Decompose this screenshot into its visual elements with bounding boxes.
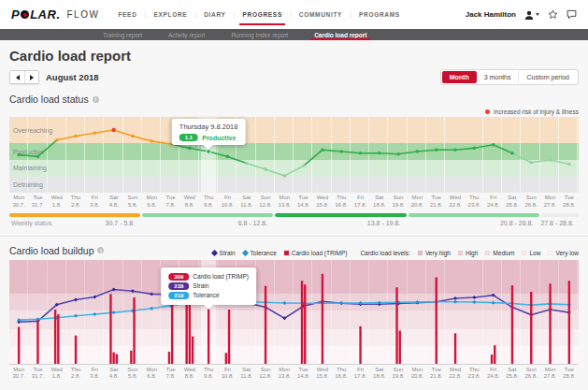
buildup-title-text: Cardio load buildup: [9, 245, 93, 256]
axis-label: Sat11.8.: [237, 195, 256, 209]
subnav-item-training-report[interactable]: Training report: [103, 29, 142, 40]
info-icon[interactable]: i: [93, 96, 99, 103]
nav-item-explore[interactable]: EXPLORE: [153, 11, 187, 18]
legend-level-very-low: Very low: [548, 250, 579, 256]
axis-label: Thu16.8.: [332, 367, 351, 382]
buildup-chart-x-axis: Mon30.7.Tue31.7.Wed1.8.Thu2.8.Fri3.8.Sat…: [9, 367, 579, 382]
legend-item-tolerance: Tolerance: [243, 250, 277, 256]
weekly-status-labels: Weekly status30.7 - 5.8.6.8 - 12.8.13.8 …: [9, 220, 579, 228]
tooltip-row-label: Strain: [193, 282, 208, 289]
username: Jack Hamilton: [466, 10, 516, 19]
buildup-section-header: Cardio load buildup i StrainToleranceCar…: [9, 245, 579, 256]
status-chart-x-axis: Mon30.7.Tue31.7.Wed1.8.Thu2.8.Fri3.8.Sat…: [9, 195, 579, 209]
period-selector: Month3 monthsCustom period: [440, 69, 579, 85]
logo-text-left: P: [11, 7, 20, 22]
axis-label: Sat25.8.: [503, 367, 522, 382]
weekly-range-label: 20.8 - 26.8.: [408, 220, 540, 228]
tooltip-value-badge: 219: [168, 292, 189, 299]
polar-logo[interactable]: PLAR.: [11, 7, 61, 22]
subnav-item-cardio-load-report[interactable]: Cardio load report: [314, 29, 366, 40]
tooltip-value-badge: 238: [168, 282, 189, 290]
axis-label: Sat4.8.: [104, 367, 122, 382]
axis-label: Tue7.8.: [161, 367, 179, 382]
risk-legend: Increased risk of injury & illness: [9, 108, 579, 115]
strain-marker-icon: [211, 250, 218, 256]
axis-label: Thu23.8.: [465, 195, 483, 209]
axis-label: Tue21.8.: [427, 195, 446, 209]
favorites-button[interactable]: [548, 9, 558, 20]
status-section-header: Cardio load status i: [9, 94, 579, 105]
buildup-plot: [9, 260, 579, 364]
axis-label: Wed15.8.: [313, 367, 332, 382]
next-month-button[interactable]: [24, 71, 38, 83]
tolerance-marker-icon: [242, 250, 249, 256]
subnav-item-activity-report[interactable]: Activity report: [168, 29, 205, 40]
nav-separator: |: [350, 11, 351, 18]
tooltip-row: 238Strain: [168, 282, 249, 290]
subnav-item-running-index-report[interactable]: Running Index report: [231, 29, 288, 40]
axis-label: Sat4.8.: [104, 195, 122, 209]
axis-label: Sat25.8.: [503, 195, 522, 209]
reports-subnav: Training reportActivity reportRunning In…: [0, 29, 588, 40]
weekly-status-title: Weekly status: [11, 220, 51, 226]
axis-label: Wed15.8.: [313, 195, 332, 209]
legend-level-very-high: Very high: [418, 250, 451, 256]
axis-label: Mon20.8.: [408, 195, 426, 209]
axis-label: Sat11.8.: [237, 367, 256, 382]
axis-label: Fri24.8.: [483, 367, 502, 382]
axis-label: Thu9.8.: [199, 367, 218, 382]
axis-label: Tue7.8.: [161, 195, 179, 209]
axis-label: Sun5.8.: [123, 195, 142, 209]
axis-label: Thu9.8.: [199, 195, 218, 209]
tooltip-date: Thursday 9.8.2018: [179, 123, 238, 131]
buildup-section-title: Cardio load buildup i: [9, 245, 104, 256]
topnav-items: FEED|EXPLORE|DIARY|PROGRESS|COMMUNITY|PR…: [118, 11, 399, 18]
legend-level-medium: Medium: [485, 250, 514, 256]
weekly-segment: [275, 213, 406, 217]
axis-label: Wed1.8.: [48, 367, 66, 382]
status-value-badge: 1.1: [179, 134, 198, 141]
axis-label: Mon30.7.: [9, 195, 28, 209]
period-button-3-months[interactable]: 3 months: [477, 71, 519, 83]
tooltip-row: 219Tolerance: [168, 292, 249, 299]
axis-label: Tue31.7.: [28, 195, 47, 209]
nav-item-feed[interactable]: FEED: [118, 11, 136, 18]
status-section-title: Cardio load status i: [9, 94, 99, 105]
info-icon[interactable]: i: [97, 247, 104, 253]
axis-label: Thu2.8.: [66, 367, 85, 382]
axis-label: Tue28.8.: [560, 367, 579, 382]
axis-label: Fri17.8.: [351, 367, 369, 382]
weekly-segment: [142, 213, 273, 217]
period-button-custom-period[interactable]: Custom period: [518, 71, 577, 83]
axis-label: Sun26.8.: [522, 195, 540, 209]
nav-item-progress[interactable]: PROGRESS: [242, 11, 281, 18]
axis-label: Wed8.8.: [180, 195, 199, 209]
page-title: Cardio load report: [9, 48, 579, 64]
axis-label: Mon27.8.: [540, 195, 559, 209]
axis-label: Tue14.8.: [294, 367, 312, 382]
cardio-load-status-chart[interactable]: OverreachingProductiveMaintainingDetrain…: [9, 117, 579, 193]
period-button-month[interactable]: Month: [442, 71, 477, 83]
previous-month-button[interactable]: [10, 71, 24, 83]
legend-item-strain: Strain: [212, 250, 236, 256]
cardio-load-buildup-chart[interactable]: 309Cardio load (TRIMP)238Strain219Tolera…: [9, 260, 579, 365]
risk-legend-text: Increased risk of injury & illness: [494, 108, 579, 115]
axis-label: Mon6.8.: [142, 195, 161, 209]
axis-label: Thu2.8.: [66, 195, 85, 209]
weekly-segment: [409, 213, 539, 217]
nav-item-diary[interactable]: DIARY: [204, 11, 225, 18]
axis-label: Fri3.8.: [85, 367, 104, 382]
user-menu-button[interactable]: [524, 10, 539, 20]
nav-item-community[interactable]: COMMUNITY: [299, 11, 342, 18]
axis-label: Sun5.8.: [123, 367, 142, 382]
chevron-left-icon: [16, 75, 20, 80]
axis-label: Sun12.8.: [256, 195, 275, 209]
axis-label: Fri10.8.: [218, 195, 237, 209]
nav-item-programs[interactable]: PROGRAMS: [359, 11, 400, 18]
axis-label: Tue14.8.: [294, 195, 312, 209]
messages-button[interactable]: [566, 9, 577, 20]
axis-label: Wed22.8.: [446, 195, 465, 209]
logo-text-right: LAR.: [30, 7, 60, 22]
axis-label: Tue31.7.: [28, 367, 47, 382]
page-content: Cardio load report August 2018 Month3 mo…: [0, 40, 588, 381]
